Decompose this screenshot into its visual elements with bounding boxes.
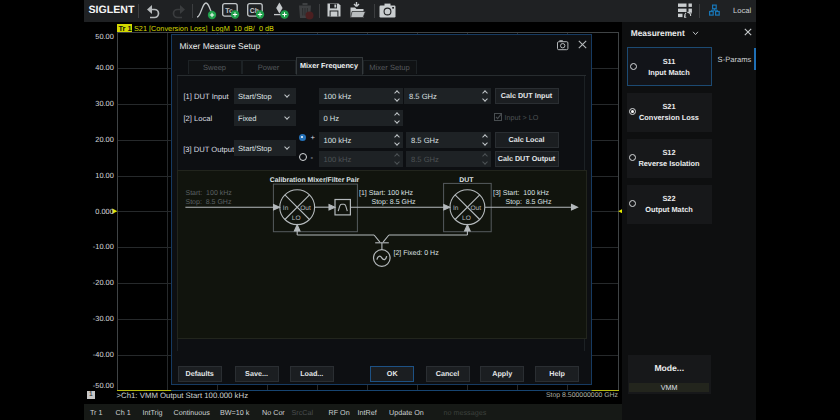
svg-text:20.00: 20.00 <box>95 135 114 144</box>
svg-text:LO: LO <box>462 215 471 222</box>
svg-text:Local: Local <box>733 6 751 15</box>
svg-text:50.00: 50.00 <box>95 32 114 41</box>
svg-text:Input > LO: Input > LO <box>505 113 539 122</box>
svg-text:In: In <box>453 205 459 212</box>
svg-text:Stop: 8.5 GHz: Stop: 8.5 GHz <box>185 199 231 206</box>
svg-text:LO: LO <box>291 215 300 222</box>
svg-text:-30.00: -30.00 <box>93 314 114 323</box>
svg-text:Stop: 8.5 GHz: Stop: 8.5 GHz <box>505 199 551 206</box>
svg-text:0.000: 0.000 <box>95 207 114 216</box>
svg-text:-40.00: -40.00 <box>93 350 114 359</box>
svg-text:Out: Out <box>300 205 311 212</box>
svg-text:DUT: DUT <box>459 177 474 184</box>
svg-text:SIGLENT: SIGLENT <box>89 4 135 16</box>
svg-text:30.00: 30.00 <box>95 99 114 108</box>
svg-text:-10.00: -10.00 <box>93 242 114 251</box>
svg-text:[2] Fixed: 0 Hz: [2] Fixed: 0 Hz <box>393 249 439 257</box>
svg-text:Calibration Mixer/Filter Pair: Calibration Mixer/Filter Pair <box>269 177 359 184</box>
svg-text:-50.00: -50.00 <box>93 381 114 390</box>
svg-text:Start: 100 kHz: Start: 100 kHz <box>185 189 232 197</box>
svg-text:Out: Out <box>470 205 481 212</box>
svg-text:-20.00: -20.00 <box>93 278 114 287</box>
svg-text:In: In <box>282 205 288 212</box>
svg-text:[3] Start: 100 kHz: [3] Start: 100 kHz <box>493 189 550 197</box>
svg-text:40.00: 40.00 <box>95 63 114 72</box>
svg-text:Stop: 8.5 GHz: Stop: 8.5 GHz <box>371 199 415 206</box>
svg-text:10.00: 10.00 <box>95 171 114 180</box>
svg-text:[1] Start: 100 kHz: [1] Start: 100 kHz <box>359 189 414 197</box>
